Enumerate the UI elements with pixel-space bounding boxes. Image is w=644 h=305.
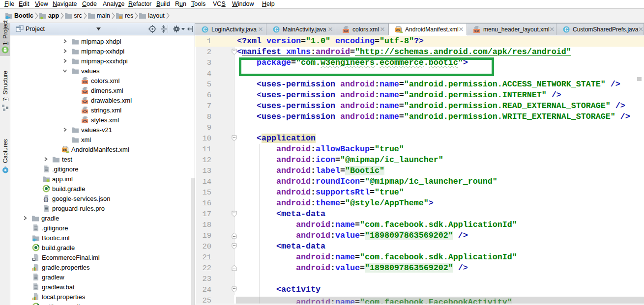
svg-text:<>: <>: [82, 100, 87, 104]
svg-text:<>: <>: [82, 80, 87, 84]
svg-text:<>: <>: [82, 110, 87, 114]
svg-text:<>: <>: [343, 28, 348, 33]
svg-text:C: C: [203, 26, 207, 32]
svg-text:C: C: [274, 26, 278, 32]
svg-text:C: C: [564, 26, 568, 32]
svg-text:{}: {}: [43, 197, 49, 202]
svg-text:<>: <>: [62, 148, 67, 152]
svg-text:<>: <>: [82, 90, 87, 94]
svg-text:<>: <>: [82, 119, 87, 124]
svg-text:<>: <>: [474, 28, 479, 33]
svg-text:<>: <>: [396, 28, 401, 32]
